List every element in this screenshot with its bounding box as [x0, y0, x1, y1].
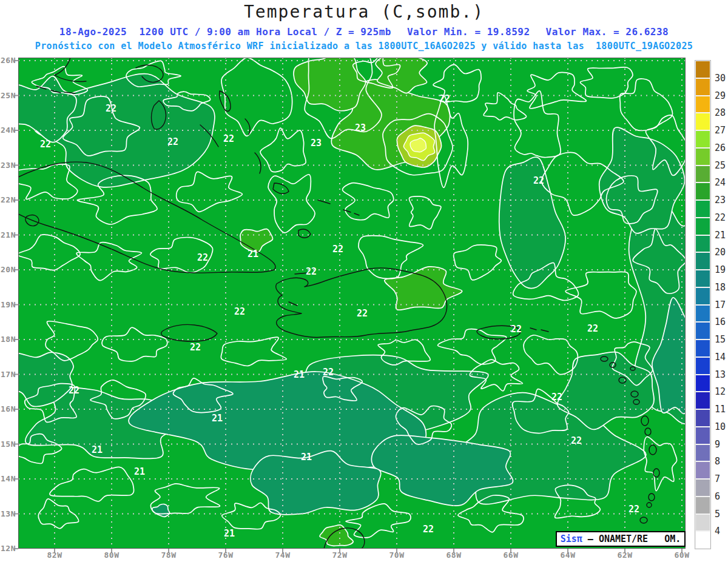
contour-label: 22: [357, 308, 368, 319]
colorbar-cell: [695, 392, 710, 409]
colorbar-cell: [695, 148, 710, 166]
colorbar-label-8: 8: [715, 456, 728, 467]
colorbar-label-21: 21: [715, 230, 728, 241]
colorbar-label-23: 23: [715, 195, 728, 206]
colorbar-cell: [695, 287, 710, 305]
lat-label-25N: 25N: [0, 91, 16, 100]
contour-label: 21: [301, 452, 312, 463]
page-title: Temperatura (C,somb.): [0, 2, 728, 22]
colorbar-label-24: 24: [715, 177, 728, 188]
contour-label: 21: [134, 466, 145, 477]
lon-label-80W: 80W: [98, 550, 125, 560]
lat-label-21N: 21N: [0, 230, 16, 239]
wrf-temperature-map-page: Temperatura (C,somb.) 18-Ago-2025 1200 U…: [0, 0, 728, 562]
colorbar-cell: [695, 357, 710, 375]
colorbar-label-7: 7: [715, 473, 728, 484]
colorbar-cell: [695, 427, 710, 444]
contour-label: 21: [212, 413, 223, 424]
lat-label-16N: 16N: [0, 404, 16, 413]
colorbar-label-10: 10: [715, 421, 728, 432]
contour-label: 22: [306, 266, 317, 277]
colorbar-label-17: 17: [715, 299, 728, 310]
colorbar-cell: [695, 96, 710, 113]
colorbar-label-12: 12: [715, 386, 728, 397]
colorbar-cell: [695, 200, 710, 218]
contour-label: 22: [323, 367, 334, 378]
contour-label: 22: [587, 323, 598, 334]
contour-label: 23: [311, 138, 322, 149]
lat-label-17N: 17N: [0, 370, 16, 379]
colorbar-cell: [695, 235, 710, 253]
colorbar-label-30: 30: [715, 73, 728, 84]
colorbar-cell: [695, 531, 710, 549]
contour-label: 22: [167, 136, 178, 147]
lat-label-14N: 14N: [0, 474, 16, 483]
lat-label-23N: 23N: [0, 161, 16, 170]
lat-label-26N: 26N: [0, 56, 16, 65]
lon-label-64W: 64W: [554, 550, 581, 560]
contour-label: 21: [248, 249, 258, 259]
contour-label: 22: [511, 324, 522, 335]
colorbar-cell: [695, 375, 710, 392]
colorbar-label-13: 13: [715, 369, 728, 380]
contour-label: 22: [551, 392, 562, 403]
contour-label: 22: [332, 244, 343, 255]
datetime-level-text: 18-Ago-2025 1200 UTC / 9:00 am Hora Loca…: [59, 26, 391, 38]
colorbar-cell: [695, 166, 710, 183]
contour-label: 22: [190, 342, 201, 353]
colorbar-label-5: 5: [715, 509, 728, 520]
contour-label: 22: [223, 133, 234, 144]
sispi-logo: Sisπ: [561, 534, 582, 544]
lat-label-22N: 22N: [0, 195, 16, 204]
colorbar-label-14: 14: [715, 352, 728, 363]
contour-label: 22: [40, 139, 51, 150]
colorbar-label-6: 6: [715, 491, 728, 502]
lon-label-76W: 76W: [212, 550, 239, 560]
contour-label: 22: [197, 252, 208, 263]
colorbar-label-26: 26: [715, 142, 728, 153]
lat-label-20N: 20N: [0, 265, 16, 274]
colorbar-label-15: 15: [715, 334, 728, 345]
colorbar-cell: [695, 61, 710, 78]
credit-suffix: OM.: [648, 534, 681, 544]
colorbar-cell: [695, 497, 710, 514]
contour-label: 22: [571, 435, 582, 446]
lat-label-12N: 12N: [0, 544, 16, 553]
colorbar-label-9: 9: [715, 439, 728, 450]
colorbar-label-16: 16: [715, 316, 728, 327]
colorbar-cell: [695, 514, 710, 532]
lon-label-60W: 60W: [669, 550, 695, 560]
contour-label: 22: [69, 385, 79, 396]
lat-label-13N: 13N: [0, 509, 16, 518]
lon-label-72W: 72W: [326, 550, 353, 560]
lon-label-66W: 66W: [497, 550, 524, 560]
colorbar-cell: [695, 340, 710, 357]
colorbar-label-27: 27: [715, 125, 728, 136]
colorbar-label-4: 4: [715, 526, 728, 537]
contour-label: 22: [533, 175, 544, 186]
contour-label: 22: [234, 306, 245, 317]
lat-label-18N: 18N: [0, 335, 16, 344]
colorbar-cell: [695, 130, 710, 148]
colorbar-cell: [695, 322, 710, 340]
colorbar-label-20: 20: [715, 247, 728, 258]
lon-label-82W: 82W: [41, 550, 68, 560]
lon-label-62W: 62W: [612, 550, 638, 560]
lon-label-78W: 78W: [155, 550, 182, 560]
lon-label-70W: 70W: [383, 550, 410, 560]
colorbar-cell: [695, 252, 710, 270]
lon-label-74W: 74W: [269, 550, 296, 560]
colorbar-label-28: 28: [715, 107, 728, 118]
lon-label-68W: 68W: [440, 550, 467, 560]
contour-label: 21: [92, 444, 103, 455]
contour-label: 22: [423, 524, 434, 535]
contour-label: 22: [106, 103, 116, 114]
colorbar-label-22: 22: [715, 212, 728, 223]
colorbar-cell: [695, 78, 710, 96]
valor-min-text: Valor Min. = 19.8592: [407, 26, 530, 38]
colorbar-label-29: 29: [715, 90, 728, 101]
colorbar-cell: [695, 218, 710, 235]
colorbar-cell: [695, 444, 710, 462]
contour-label: 21: [224, 528, 235, 539]
colorbar-cell: [695, 270, 710, 287]
